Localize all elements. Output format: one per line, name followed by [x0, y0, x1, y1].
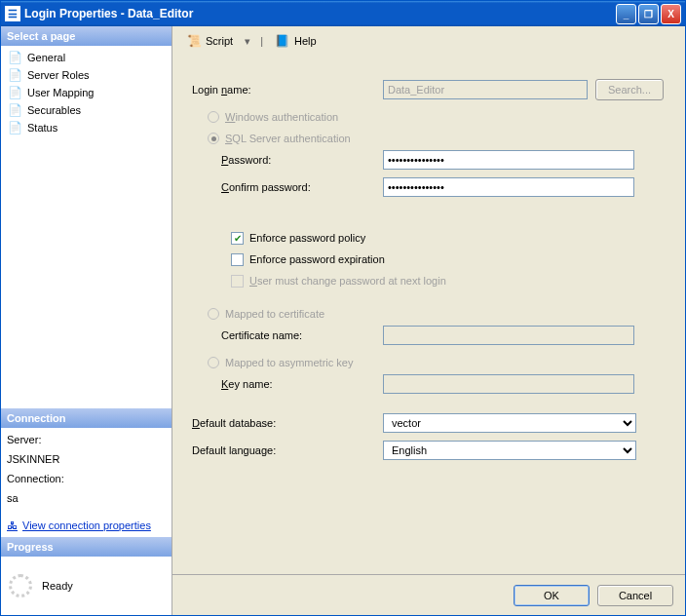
progress-header: Progress [1, 537, 172, 557]
ok-button[interactable]: OK [514, 585, 590, 606]
titlebar: ☰ Login Properties - Data_Editor _ ❐ X [1, 1, 685, 26]
sidebar-item-label: Status [27, 122, 57, 134]
sql-auth-radio: SQL Server authentication [192, 128, 671, 149]
sidebar-item-securables[interactable]: 📄 Securables [1, 101, 172, 119]
sidebar-item-status[interactable]: 📄 Status [1, 119, 172, 136]
window-title: Login Properties - Data_Editor [24, 7, 616, 20]
sidebar-item-label: General [27, 52, 65, 63]
key-name-label: Key name: [192, 378, 383, 390]
window-controls: _ ❐ X [616, 4, 681, 24]
app-icon: ☰ [5, 6, 20, 21]
mapped-cert-radio: Mapped to certificate [192, 303, 671, 325]
content: Select a page 📄 General 📄 Server Roles 📄… [1, 26, 685, 615]
enforce-expiration-checkbox[interactable] [231, 253, 244, 266]
window-frame: ☰ Login Properties - Data_Editor _ ❐ X S… [0, 0, 686, 616]
progress-spinner-icon [9, 574, 32, 597]
sidebar-item-label: User Mapping [27, 87, 94, 98]
cancel-button[interactable]: Cancel [597, 585, 673, 606]
mapped-asym-radio: Mapped to asymmetric key [192, 352, 671, 373]
main-pane: 📜 Script ▾ | 📘 Help Login name: [172, 26, 685, 615]
dialog-footer: OK Cancel [172, 574, 685, 615]
password-label: Password: [192, 154, 383, 166]
progress-body: Ready [1, 557, 172, 615]
must-change-checkbox [231, 275, 244, 288]
help-button[interactable]: 📘 Help [271, 31, 321, 51]
connection-icon: 🖧 [7, 520, 18, 531]
maximize-button[interactable]: ❐ [638, 4, 659, 24]
default-database-select[interactable]: vector [383, 413, 636, 433]
radio-icon [208, 357, 219, 368]
connection-body: Server: JSKINNER Connection: sa 🖧 View c… [1, 428, 172, 537]
sidebar: Select a page 📄 General 📄 Server Roles 📄… [1, 26, 172, 615]
key-name-input [383, 374, 634, 394]
script-button[interactable]: 📜 Script [182, 31, 237, 51]
page-icon: 📄 [7, 50, 22, 65]
page-icon: 📄 [7, 67, 22, 83]
close-button[interactable]: X [661, 4, 681, 24]
sidebar-item-user-mapping[interactable]: 📄 User Mapping [1, 84, 172, 101]
script-icon: 📜 [186, 33, 202, 49]
sidebar-item-general[interactable]: 📄 General [1, 49, 172, 66]
enforce-policy-checkbox[interactable]: ✔ [231, 232, 244, 245]
radio-icon [208, 133, 219, 144]
sidebar-item-label: Server Roles [27, 69, 90, 81]
login-name-label: Login name: [192, 84, 383, 96]
login-name-input [383, 80, 588, 99]
toolbar-separator: | [258, 35, 265, 47]
confirm-password-input[interactable] [383, 177, 634, 197]
server-label: Server: [7, 434, 166, 445]
default-db-label: Default database: [192, 417, 383, 429]
server-value: JSKINNER [7, 453, 166, 465]
sidebar-item-server-roles[interactable]: 📄 Server Roles [1, 66, 172, 84]
help-icon: 📘 [275, 33, 290, 49]
link-text: View connection properties [22, 520, 151, 531]
sidebar-item-label: Securables [27, 104, 81, 116]
default-language-select[interactable]: English [383, 441, 636, 460]
page-icon: 📄 [7, 120, 22, 135]
connection-value: sa [7, 492, 166, 504]
radio-icon [208, 111, 219, 123]
script-label: Script [206, 35, 233, 47]
radio-icon [208, 308, 219, 320]
form-area: Login name: Search... Windows authentica… [172, 56, 685, 574]
minimize-button[interactable]: _ [616, 4, 636, 24]
select-page-header: Select a page [1, 26, 172, 46]
page-icon: 📄 [7, 85, 22, 100]
connection-header: Connection [1, 408, 172, 428]
toolbar: 📜 Script ▾ | 📘 Help [172, 26, 685, 56]
default-lang-label: Default language: [192, 444, 383, 456]
progress-status: Ready [42, 580, 73, 592]
cert-name-label: Certificate name: [192, 329, 383, 341]
password-input[interactable] [383, 150, 634, 170]
sidebar-spacer [1, 139, 172, 408]
help-label: Help [294, 35, 317, 47]
view-connection-properties-link[interactable]: 🖧 View connection properties [7, 520, 151, 531]
windows-auth-radio: Windows authentication [192, 106, 671, 128]
script-dropdown-icon[interactable]: ▾ [243, 35, 252, 48]
enforce-policy-label: Enforce password policy [249, 232, 365, 244]
enforce-expiration-label: Enforce password expiration [249, 253, 385, 265]
page-icon: 📄 [7, 102, 22, 118]
must-change-label: User must change password at next login [249, 275, 446, 287]
connection-label: Connection: [7, 473, 166, 484]
cert-name-input [383, 326, 634, 345]
page-list: 📄 General 📄 Server Roles 📄 User Mapping … [1, 46, 172, 139]
search-button: Search... [595, 79, 664, 100]
confirm-password-label: Confirm password: [192, 181, 383, 193]
